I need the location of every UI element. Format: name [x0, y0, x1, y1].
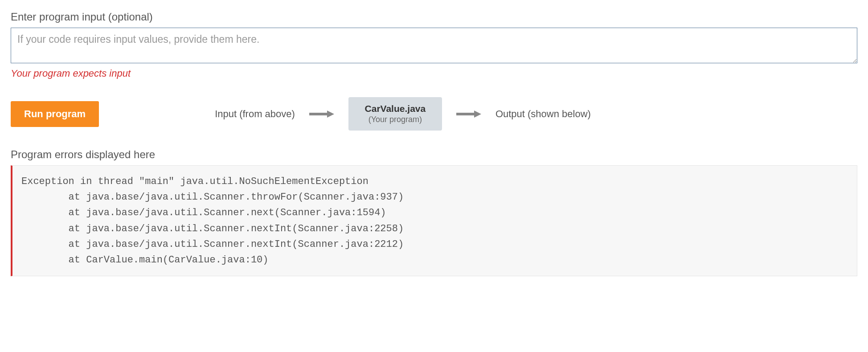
errors-section-label: Program errors displayed here	[11, 148, 857, 161]
arrow-right-icon	[455, 110, 482, 119]
flow-output-label: Output (shown below)	[495, 108, 591, 120]
program-box: CarValue.java (Your program)	[348, 97, 442, 131]
program-filename: CarValue.java	[363, 103, 428, 114]
program-sublabel: (Your program)	[363, 115, 428, 124]
error-output: Exception in thread "main" java.util.NoS…	[11, 165, 857, 276]
run-program-button[interactable]: Run program	[11, 101, 99, 127]
svg-marker-3	[474, 111, 481, 118]
input-section-label: Enter program input (optional)	[11, 11, 857, 23]
input-hint: Your program expects input	[11, 68, 857, 79]
svg-marker-1	[327, 111, 334, 118]
program-input[interactable]	[11, 28, 857, 63]
run-row: Run program Input (from above) CarValue.…	[11, 97, 857, 131]
arrow-right-icon	[308, 110, 335, 119]
flow-input-label: Input (from above)	[215, 108, 295, 120]
